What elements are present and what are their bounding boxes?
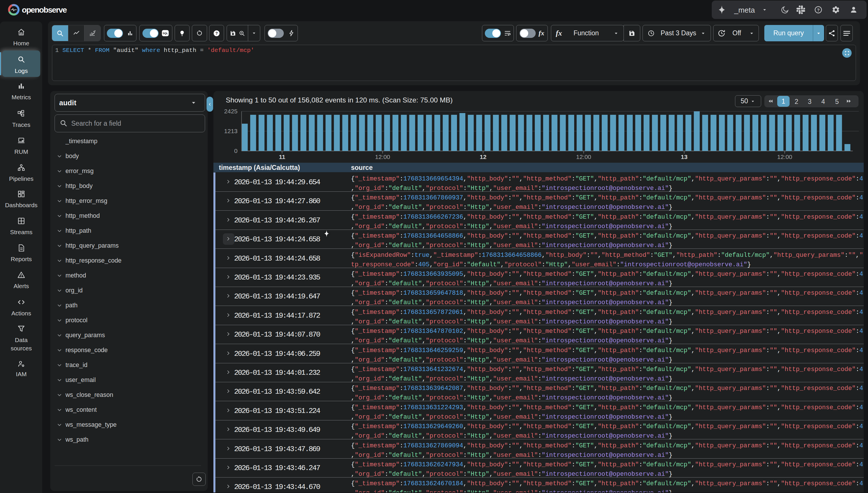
svg-text:?: ? — [215, 31, 218, 36]
svg-text:12: 12 — [480, 153, 486, 160]
svg-text:2425: 2425 — [224, 108, 237, 114]
svg-text:12:00: 12:00 — [777, 153, 792, 160]
svg-text:SQL: SQL — [163, 32, 168, 35]
svg-text:12:00: 12:00 — [576, 153, 592, 160]
svg-text:1213: 1213 — [224, 128, 237, 134]
svg-text:11: 11 — [279, 153, 286, 160]
svg-text:12:00: 12:00 — [375, 153, 390, 160]
svg-text:13: 13 — [681, 153, 687, 160]
svg-text:?: ? — [817, 7, 820, 12]
svg-text:0: 0 — [234, 148, 237, 154]
